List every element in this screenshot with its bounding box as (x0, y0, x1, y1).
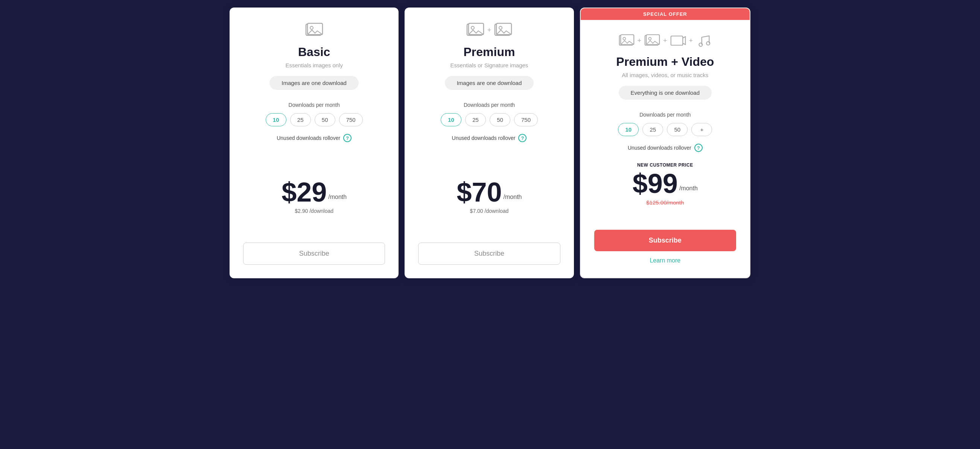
basic-price-main: $29 (282, 179, 327, 206)
premium-image-icon-2 (494, 22, 512, 38)
pv-rollover-label: Unused downloads rollover (628, 145, 691, 151)
premium-rollover-row: Unused downloads rollover ? (452, 134, 527, 142)
premium-rollover-label: Unused downloads rollover (452, 135, 515, 141)
basic-plan-name: Basic (298, 45, 330, 59)
basic-icon-area (305, 22, 323, 38)
pv-image-icon (619, 34, 635, 48)
pv-option-25[interactable]: 25 (643, 123, 663, 136)
premium-plan-description: Essentials or Signature images (450, 62, 528, 68)
pv-subscribe-button[interactable]: Subscribe (594, 230, 736, 251)
pv-rollover-row: Unused downloads rollover ? (628, 144, 703, 152)
basic-plan-description: Essentials images only (285, 62, 343, 68)
pv-music-icon (696, 34, 712, 48)
premium-option-50[interactable]: 50 (490, 113, 510, 126)
premium-plan-name: Premium (464, 45, 515, 59)
premium-subscribe-button[interactable]: Subscribe (418, 243, 560, 265)
basic-rollover-row: Unused downloads rollover ? (277, 134, 352, 142)
premium-option-10[interactable]: 10 (441, 113, 461, 126)
basic-option-25[interactable]: 25 (290, 113, 311, 126)
basic-option-750[interactable]: 750 (339, 113, 363, 126)
pv-price-main: $99 (633, 170, 678, 197)
premium-image-icon-1 (466, 22, 484, 38)
pv-plus-1: + (638, 37, 642, 45)
pv-learn-more-link[interactable]: Learn more (649, 257, 681, 264)
svg-point-16 (699, 43, 702, 46)
pv-price-original: $125.00/month (646, 199, 684, 206)
pv-new-customer-label: NEW CUSTOMER PRICE (637, 162, 693, 168)
basic-download-badge: Images are one download (269, 76, 359, 90)
pv-help-icon[interactable]: ? (694, 144, 703, 152)
basic-card-content: Basic Essentials images only Images are … (243, 22, 385, 265)
pv-downloads-label: Downloads per month (640, 112, 690, 118)
premium-video-card: SPECIAL OFFER + + (580, 8, 751, 278)
pv-plus-2: + (663, 37, 667, 45)
premium-price-row: $70 /month (457, 179, 522, 206)
pv-plus-3: + (689, 37, 693, 45)
premium-option-25[interactable]: 25 (465, 113, 486, 126)
pv-download-badge: Everything is one download (619, 86, 712, 100)
premium-price-per-download: $7.00 /download (470, 208, 509, 214)
pv-price-month: /month (679, 185, 698, 192)
pv-video-icon (670, 34, 686, 48)
premium-video-icon-area: + + + (619, 34, 712, 48)
basic-price-month: /month (328, 194, 347, 201)
basic-price-per-download: $2.90 /download (295, 208, 333, 214)
basic-help-icon[interactable]: ? (343, 134, 352, 142)
pricing-cards-container: Basic Essentials images only Images are … (227, 8, 753, 278)
basic-download-options: 10 25 50 750 (266, 113, 363, 126)
premium-option-750[interactable]: 750 (514, 113, 538, 126)
special-offer-banner: SPECIAL OFFER (581, 8, 750, 20)
premium-video-card-content: + + + Premium + Vi (594, 34, 736, 264)
premium-download-options: 10 25 50 750 (441, 113, 538, 126)
basic-subscribe-button[interactable]: Subscribe (243, 243, 385, 265)
basic-rollover-label: Unused downloads rollover (277, 135, 340, 141)
basic-downloads-label: Downloads per month (289, 102, 340, 108)
svg-rect-15 (671, 36, 682, 46)
image-icon (305, 22, 323, 38)
basic-card: Basic Essentials images only Images are … (229, 8, 399, 278)
premium-downloads-label: Downloads per month (464, 102, 515, 108)
premium-card-content: + Premium Essentials or Signature images… (418, 22, 560, 265)
pv-option-10[interactable]: 10 (618, 123, 639, 136)
premium-help-icon[interactable]: ? (518, 134, 527, 142)
pv-download-options: 10 25 50 + (618, 123, 712, 136)
premium-icon-area: + (466, 22, 512, 38)
pv-plan-description: All images, videos, or music tracks (622, 72, 708, 78)
premium-plus-1: + (487, 26, 492, 34)
pv-image-icon-2 (644, 34, 660, 48)
premium-download-badge: Images are one download (445, 76, 534, 90)
premium-price-month: /month (504, 194, 522, 201)
pv-option-plus[interactable]: + (691, 123, 712, 136)
pv-option-50[interactable]: 50 (667, 123, 687, 136)
pv-price-row: $99 /month (633, 170, 698, 197)
basic-price-row: $29 /month (282, 179, 347, 206)
premium-price-main: $70 (457, 179, 502, 206)
pv-plan-name: Premium + Video (616, 55, 714, 69)
premium-card: + Premium Essentials or Signature images… (404, 8, 574, 278)
basic-option-10[interactable]: 10 (266, 113, 286, 126)
basic-option-50[interactable]: 50 (315, 113, 335, 126)
